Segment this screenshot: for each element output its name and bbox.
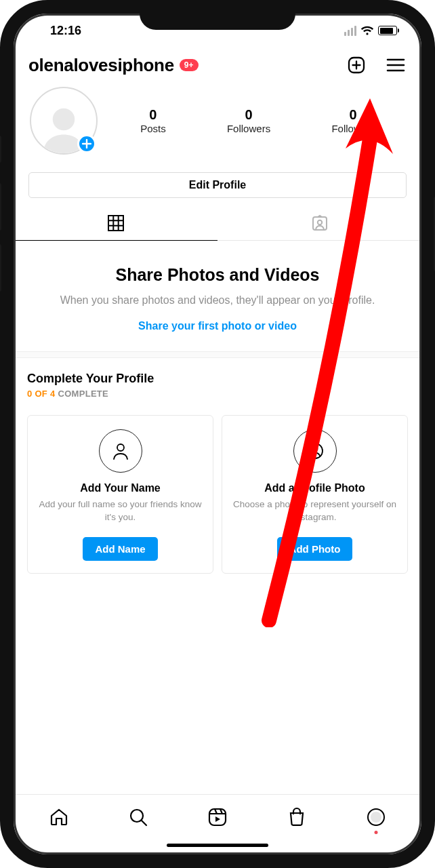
battery-icon <box>378 26 397 35</box>
nav-reels[interactable] <box>201 803 234 831</box>
add-name-button[interactable]: Add Name <box>83 537 157 561</box>
nav-home[interactable] <box>42 803 76 831</box>
card-desc: Add your full name so your friends know … <box>37 498 203 523</box>
svg-rect-9 <box>209 809 226 825</box>
hamburger-icon <box>386 57 405 73</box>
home-indicator <box>14 835 421 854</box>
wifi-icon <box>360 26 374 36</box>
share-first-link[interactable]: Share your first photo or video <box>138 320 297 332</box>
reels-icon <box>207 807 228 827</box>
bottom-nav <box>14 794 421 835</box>
notification-dot-icon <box>375 831 378 834</box>
card-desc: Choose a photo to represent yourself on … <box>232 498 398 523</box>
card-title: Add a Profile Photo <box>264 482 365 494</box>
home-icon <box>49 807 69 827</box>
tab-tagged[interactable] <box>218 206 421 240</box>
cellular-icon <box>344 26 356 36</box>
add-avatar-button[interactable] <box>77 134 96 153</box>
tagged-icon <box>311 214 329 232</box>
menu-button[interactable] <box>385 56 407 75</box>
username[interactable]: olenalovesiphone <box>28 55 174 76</box>
shop-icon <box>287 807 307 827</box>
plus-icon <box>82 139 91 149</box>
status-bar: 12:16 <box>14 14 421 47</box>
stat-followers[interactable]: 0 Followers <box>227 107 270 134</box>
svg-point-5 <box>117 444 124 451</box>
edit-profile-button[interactable]: Edit Profile <box>28 172 407 198</box>
add-photo-button[interactable]: Add Photo <box>277 537 353 561</box>
nav-shop[interactable] <box>280 803 314 831</box>
complete-progress: 0 OF 4 COMPLETE <box>27 389 408 399</box>
profile-photo-icon <box>293 429 337 473</box>
svg-rect-2 <box>108 216 123 231</box>
card-add-photo: Add a Profile Photo Choose a photo to re… <box>222 415 408 573</box>
nav-profile[interactable] <box>359 803 393 831</box>
person-icon <box>99 429 142 473</box>
svg-point-7 <box>312 447 317 452</box>
stat-posts[interactable]: 0 Posts <box>140 107 166 134</box>
card-add-name: Add Your Name Add your full name so your… <box>27 415 213 573</box>
empty-state: Share Photos and Videos When you share p… <box>14 241 421 351</box>
svg-point-1 <box>53 108 75 131</box>
svg-rect-3 <box>313 217 327 230</box>
avatar[interactable] <box>30 87 98 155</box>
profile-tabs <box>14 206 421 241</box>
tab-grid[interactable] <box>14 206 218 241</box>
section-divider <box>14 351 421 358</box>
profile-header: olenalovesiphone 9+ <box>14 47 421 83</box>
status-time: 12:16 <box>35 24 81 38</box>
empty-subtitle: When you share photos and videos, they'l… <box>37 293 398 308</box>
create-button[interactable] <box>346 54 367 76</box>
notification-badge: 9+ <box>180 59 199 71</box>
svg-point-11 <box>371 812 381 823</box>
complete-title: Complete Your Profile <box>27 372 408 386</box>
stat-following[interactable]: 0 Following <box>331 107 374 134</box>
nav-search[interactable] <box>121 803 155 831</box>
svg-point-4 <box>317 220 321 224</box>
card-title: Add Your Name <box>80 482 161 494</box>
empty-title: Share Photos and Videos <box>37 265 398 285</box>
search-icon <box>128 807 148 827</box>
plus-square-icon <box>347 56 366 75</box>
grid-icon <box>107 214 125 232</box>
complete-profile-section: Complete Your Profile 0 OF 4 COMPLETE <box>14 358 421 404</box>
profile-summary: 0 Posts 0 Followers 0 Following <box>14 83 421 161</box>
profile-circle-icon <box>366 807 386 827</box>
